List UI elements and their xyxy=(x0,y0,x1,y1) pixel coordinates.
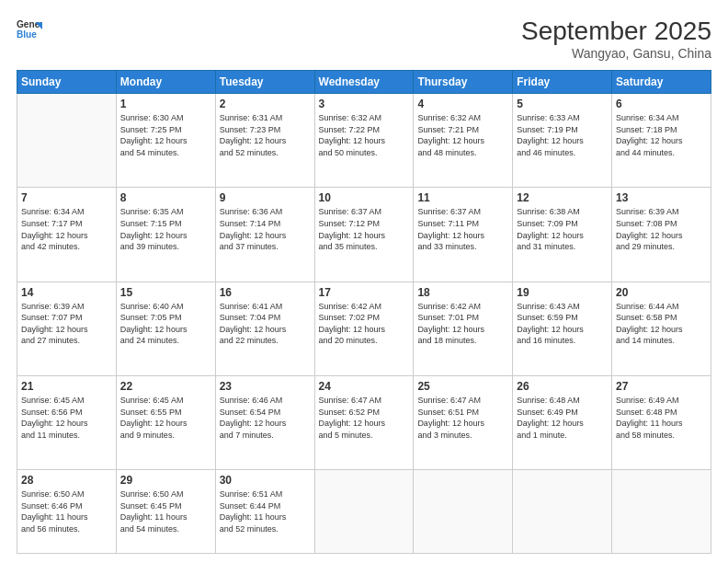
day-number: 28 xyxy=(21,474,112,487)
table-row: 18Sunrise: 6:42 AM Sunset: 7:01 PM Dayli… xyxy=(414,282,513,375)
col-saturday: Saturday xyxy=(612,71,711,94)
day-number: 17 xyxy=(319,286,410,299)
day-number: 5 xyxy=(517,98,608,110)
day-content: Sunrise: 6:44 AM Sunset: 6:58 PM Dayligh… xyxy=(616,301,707,347)
logo-icon: General Blue xyxy=(17,17,42,42)
day-number: 16 xyxy=(220,286,311,299)
table-row: 12Sunrise: 6:38 AM Sunset: 7:09 PM Dayli… xyxy=(513,188,612,282)
table-row xyxy=(414,470,513,554)
table-row xyxy=(612,470,711,554)
day-content: Sunrise: 6:41 AM Sunset: 7:04 PM Dayligh… xyxy=(220,301,311,347)
table-row: 7Sunrise: 6:34 AM Sunset: 7:17 PM Daylig… xyxy=(17,188,117,282)
table-row: 6Sunrise: 6:34 AM Sunset: 7:18 PM Daylig… xyxy=(612,94,711,188)
day-content: Sunrise: 6:33 AM Sunset: 7:19 PM Dayligh… xyxy=(517,112,608,158)
table-row: 10Sunrise: 6:37 AM Sunset: 7:12 PM Dayli… xyxy=(314,188,414,282)
table-row: 5Sunrise: 6:33 AM Sunset: 7:19 PM Daylig… xyxy=(513,94,612,188)
subtitle: Wangyao, Gansu, China xyxy=(521,46,711,61)
day-number: 7 xyxy=(21,191,112,204)
day-number: 19 xyxy=(517,286,608,299)
day-number: 6 xyxy=(616,98,707,110)
col-wednesday: Wednesday xyxy=(314,71,414,94)
calendar-header-row: Sunday Monday Tuesday Wednesday Thursday… xyxy=(17,71,711,94)
day-number: 26 xyxy=(517,380,608,393)
table-row: 11Sunrise: 6:37 AM Sunset: 7:11 PM Dayli… xyxy=(414,188,513,282)
table-row: 15Sunrise: 6:40 AM Sunset: 7:05 PM Dayli… xyxy=(116,282,215,375)
table-row: 28Sunrise: 6:50 AM Sunset: 6:46 PM Dayli… xyxy=(17,470,117,554)
day-content: Sunrise: 6:49 AM Sunset: 6:48 PM Dayligh… xyxy=(616,395,707,441)
table-row: 21Sunrise: 6:45 AM Sunset: 6:56 PM Dayli… xyxy=(17,375,117,469)
table-row: 2Sunrise: 6:31 AM Sunset: 7:23 PM Daylig… xyxy=(215,94,314,188)
logo: General Blue xyxy=(17,17,42,42)
calendar-week-row: 21Sunrise: 6:45 AM Sunset: 6:56 PM Dayli… xyxy=(17,375,711,469)
calendar-week-row: 1Sunrise: 6:30 AM Sunset: 7:25 PM Daylig… xyxy=(17,94,711,188)
table-row: 3Sunrise: 6:32 AM Sunset: 7:22 PM Daylig… xyxy=(314,94,414,188)
day-content: Sunrise: 6:31 AM Sunset: 7:23 PM Dayligh… xyxy=(220,112,311,158)
day-number: 22 xyxy=(120,380,211,393)
col-sunday: Sunday xyxy=(17,71,117,94)
table-row: 27Sunrise: 6:49 AM Sunset: 6:48 PM Dayli… xyxy=(612,375,711,469)
day-content: Sunrise: 6:34 AM Sunset: 7:18 PM Dayligh… xyxy=(616,112,707,158)
day-number: 30 xyxy=(220,474,311,487)
calendar-week-row: 14Sunrise: 6:39 AM Sunset: 7:07 PM Dayli… xyxy=(17,282,711,375)
day-content: Sunrise: 6:32 AM Sunset: 7:22 PM Dayligh… xyxy=(319,112,410,158)
day-number: 3 xyxy=(319,98,410,110)
day-number: 18 xyxy=(417,286,508,299)
col-thursday: Thursday xyxy=(414,71,513,94)
table-row: 4Sunrise: 6:32 AM Sunset: 7:21 PM Daylig… xyxy=(414,94,513,188)
day-content: Sunrise: 6:46 AM Sunset: 6:54 PM Dayligh… xyxy=(220,395,311,441)
title-block: September 2025 Wangyao, Gansu, China xyxy=(521,17,711,61)
day-content: Sunrise: 6:50 AM Sunset: 6:45 PM Dayligh… xyxy=(120,488,211,534)
table-row xyxy=(513,470,612,554)
day-content: Sunrise: 6:39 AM Sunset: 7:07 PM Dayligh… xyxy=(21,301,112,347)
table-row: 19Sunrise: 6:43 AM Sunset: 6:59 PM Dayli… xyxy=(513,282,612,375)
day-number: 14 xyxy=(21,286,112,299)
table-row: 17Sunrise: 6:42 AM Sunset: 7:02 PM Dayli… xyxy=(314,282,414,375)
table-row: 24Sunrise: 6:47 AM Sunset: 6:52 PM Dayli… xyxy=(314,375,414,469)
day-number: 10 xyxy=(319,191,410,204)
main-title: September 2025 xyxy=(521,17,711,46)
day-content: Sunrise: 6:47 AM Sunset: 6:51 PM Dayligh… xyxy=(417,395,508,441)
day-number: 2 xyxy=(220,98,311,110)
table-row: 20Sunrise: 6:44 AM Sunset: 6:58 PM Dayli… xyxy=(612,282,711,375)
table-row: 16Sunrise: 6:41 AM Sunset: 7:04 PM Dayli… xyxy=(215,282,314,375)
day-content: Sunrise: 6:36 AM Sunset: 7:14 PM Dayligh… xyxy=(220,206,311,252)
page: General Blue September 2025 Wangyao, Gan… xyxy=(0,0,728,563)
col-monday: Monday xyxy=(116,71,215,94)
table-row: 8Sunrise: 6:35 AM Sunset: 7:15 PM Daylig… xyxy=(116,188,215,282)
day-number: 1 xyxy=(120,98,211,110)
day-content: Sunrise: 6:37 AM Sunset: 7:11 PM Dayligh… xyxy=(417,206,508,252)
col-tuesday: Tuesday xyxy=(215,71,314,94)
day-content: Sunrise: 6:48 AM Sunset: 6:49 PM Dayligh… xyxy=(517,395,608,441)
table-row: 25Sunrise: 6:47 AM Sunset: 6:51 PM Dayli… xyxy=(414,375,513,469)
day-number: 27 xyxy=(616,380,707,393)
day-number: 15 xyxy=(120,286,211,299)
day-content: Sunrise: 6:37 AM Sunset: 7:12 PM Dayligh… xyxy=(319,206,410,252)
day-number: 4 xyxy=(417,98,508,110)
day-content: Sunrise: 6:42 AM Sunset: 7:01 PM Dayligh… xyxy=(417,301,508,347)
col-friday: Friday xyxy=(513,71,612,94)
day-content: Sunrise: 6:47 AM Sunset: 6:52 PM Dayligh… xyxy=(319,395,410,441)
day-content: Sunrise: 6:50 AM Sunset: 6:46 PM Dayligh… xyxy=(21,488,112,534)
table-row xyxy=(314,470,414,554)
day-content: Sunrise: 6:51 AM Sunset: 6:44 PM Dayligh… xyxy=(220,488,311,534)
table-row: 30Sunrise: 6:51 AM Sunset: 6:44 PM Dayli… xyxy=(215,470,314,554)
day-content: Sunrise: 6:32 AM Sunset: 7:21 PM Dayligh… xyxy=(417,112,508,158)
table-row: 22Sunrise: 6:45 AM Sunset: 6:55 PM Dayli… xyxy=(116,375,215,469)
svg-text:Blue: Blue xyxy=(17,29,37,40)
day-content: Sunrise: 6:30 AM Sunset: 7:25 PM Dayligh… xyxy=(120,112,211,158)
table-row: 9Sunrise: 6:36 AM Sunset: 7:14 PM Daylig… xyxy=(215,188,314,282)
table-row: 23Sunrise: 6:46 AM Sunset: 6:54 PM Dayli… xyxy=(215,375,314,469)
day-number: 25 xyxy=(417,380,508,393)
day-content: Sunrise: 6:40 AM Sunset: 7:05 PM Dayligh… xyxy=(120,301,211,347)
day-content: Sunrise: 6:38 AM Sunset: 7:09 PM Dayligh… xyxy=(517,206,608,252)
day-content: Sunrise: 6:35 AM Sunset: 7:15 PM Dayligh… xyxy=(120,206,211,252)
calendar-table: Sunday Monday Tuesday Wednesday Thursday… xyxy=(17,70,711,554)
day-number: 20 xyxy=(616,286,707,299)
day-content: Sunrise: 6:34 AM Sunset: 7:17 PM Dayligh… xyxy=(21,206,112,252)
table-row: 26Sunrise: 6:48 AM Sunset: 6:49 PM Dayli… xyxy=(513,375,612,469)
day-number: 21 xyxy=(21,380,112,393)
day-number: 24 xyxy=(319,380,410,393)
day-number: 13 xyxy=(616,191,707,204)
calendar-week-row: 7Sunrise: 6:34 AM Sunset: 7:17 PM Daylig… xyxy=(17,188,711,282)
day-content: Sunrise: 6:45 AM Sunset: 6:56 PM Dayligh… xyxy=(21,395,112,441)
